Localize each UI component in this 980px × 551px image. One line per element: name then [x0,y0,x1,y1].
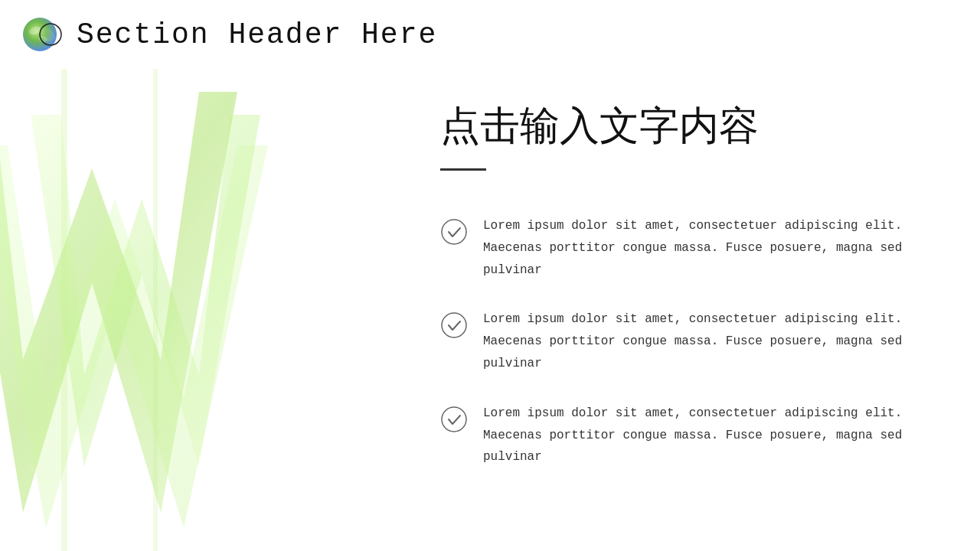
content-title[interactable]: 点击输入文字内容 [440,99,946,153]
list-item: Lorem ipsum dolor sit amet, consectetuer… [440,295,946,388]
list-items-container: Lorem ipsum dolor sit amet, consectetuer… [440,201,946,482]
content-area: 点击输入文字内容 Lorem ipsum dolor sit amet, con… [440,99,946,482]
svg-point-7 [442,313,466,337]
globe-logo-icon [18,11,64,57]
list-item-text-2: Lorem ipsum dolor sit amet, consectetuer… [483,308,946,374]
svg-rect-4 [61,69,67,551]
svg-point-8 [442,407,466,432]
list-item-text-3: Lorem ipsum dolor sit amet, consectetuer… [483,403,946,468]
list-item: Lorem ipsum dolor sit amet, consectetuer… [440,389,946,482]
page-title: Section Header Here [77,18,437,51]
svg-rect-5 [153,69,158,551]
checkmark-circle-icon-2 [440,311,468,339]
left-decoration [0,69,375,551]
list-item-text-1: Lorem ipsum dolor sit amet, consectetuer… [483,215,946,281]
header: Section Header Here [0,0,980,69]
checkmark-circle-icon-3 [440,406,468,433]
svg-point-6 [442,220,466,244]
list-item: Lorem ipsum dolor sit amet, consectetuer… [440,201,946,295]
checkmark-circle-icon-1 [440,218,468,246]
content-divider [440,168,486,171]
